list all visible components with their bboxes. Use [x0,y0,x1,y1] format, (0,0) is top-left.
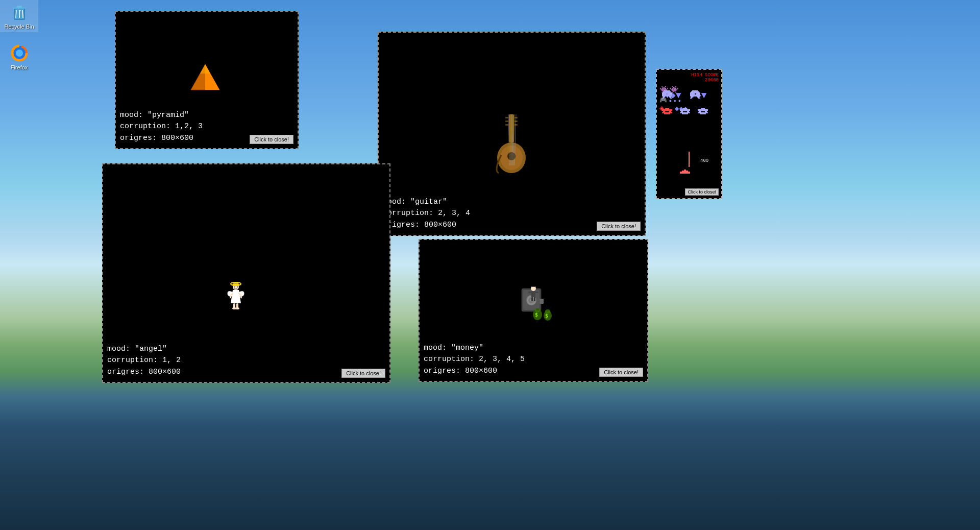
angel-mood: mood: "angel" [107,344,385,355]
svg-rect-54 [690,94,700,97]
svg-rect-43 [668,93,672,94]
angel-sprite [226,282,246,312]
invaders-svg: ▼◆▼ ▼◆▼ ◈ ◆◆◆ [657,80,722,182]
money-close-button[interactable]: Click to close! [599,368,643,377]
svg-line-3 [16,10,16,18]
guitar-mood: mood: "guitar" [383,197,641,208]
svg-rect-72 [698,109,708,111]
svg-rect-2 [17,6,22,8]
angel-corruption: corruption: 1, 2 [107,355,385,367]
svg-rect-59 [665,108,669,109]
guitar-sprite [491,114,532,176]
pyramid-sprite [190,63,220,91]
svg-rect-74 [705,111,707,112]
svg-rect-16 [514,121,518,122]
svg-point-32 [235,307,239,309]
money-corruption: corruption: 2, 3, 4, 5 [424,354,643,366]
svg-text:$: $ [535,312,538,318]
svg-rect-42 [662,93,666,94]
svg-rect-50 [691,91,699,92]
svg-rect-63 [662,112,672,113]
svg-rect-78 [682,171,688,172]
svg-rect-99 [532,286,535,286]
guitar-window: mood: "guitar" corruption: 2, 3, 4 origr… [378,32,646,236]
svg-rect-76 [700,113,706,114]
svg-rect-17 [514,124,518,126]
svg-point-33 [234,286,235,287]
svg-rect-51 [690,92,700,93]
svg-rect-40 [663,91,671,92]
svg-line-5 [22,10,23,18]
svg-rect-58 [698,98,700,99]
svg-rect-67 [681,111,683,112]
svg-rect-56 [697,97,699,98]
pyramid-close-button[interactable]: Click to close! [250,135,293,144]
svg-rect-75 [698,112,708,113]
svg-rect-53 [696,93,700,94]
recycle-bin-label: Recycle Bin [4,23,34,30]
svg-rect-13 [505,121,508,122]
svg-rect-52 [690,93,694,94]
svg-rect-88 [540,299,544,304]
pyramid-window: mood: "pyramid" corruption: 1,2, 3 origr… [115,11,299,149]
recycle-bin-image [9,2,30,22]
invaders-close-button[interactable]: Click to close! [685,188,719,196]
svg-rect-69 [680,112,690,113]
svg-point-7 [16,50,23,57]
svg-rect-45 [663,97,665,98]
svg-rect-68 [687,111,689,112]
svg-point-34 [237,286,238,287]
svg-rect-66 [680,109,690,111]
svg-text:$: $ [545,313,548,319]
angel-close-button[interactable]: Click to close! [341,369,385,378]
svg-rect-91 [536,308,539,310]
svg-rect-39 [664,90,670,91]
svg-rect-73 [699,111,701,112]
svg-rect-12 [505,117,508,118]
svg-rect-55 [691,97,693,98]
svg-text:400: 400 [700,158,708,163]
svg-rect-14 [505,124,508,126]
svg-rect-41 [662,92,672,93]
svg-rect-79 [680,172,690,174]
money-mood: mood: "money" [424,343,643,354]
svg-rect-61 [663,111,665,112]
svg-rect-57 [690,98,692,99]
svg-rect-103 [531,297,533,301]
firefox-icon[interactable]: Firefox [0,41,38,73]
money-sprite: $ $ [519,286,555,322]
svg-rect-102 [535,292,538,293]
svg-rect-77 [684,170,686,171]
svg-rect-47 [662,98,664,99]
svg-rect-65 [683,108,687,109]
svg-rect-100 [531,291,535,297]
svg-rect-70 [682,113,688,114]
recycle-bin-icon[interactable]: Recycle Bin [0,0,38,32]
svg-rect-62 [669,111,671,112]
svg-rect-60 [662,109,672,111]
firefox-image [9,43,30,63]
svg-rect-95 [546,309,549,311]
pyramid-corruption: corruption: 1,2, 3 [120,121,293,133]
guitar-corruption: corruption: 2, 3, 4 [383,208,641,220]
angel-window: mood: "angel" corruption: 1, 2 origres: … [102,163,390,383]
svg-marker-10 [200,64,210,74]
pyramid-mood: mood: "pyramid" [120,110,293,122]
invaders-window: HIGH SCORE 20000 👾 👾 🎮 ⬥ ⬥ ⬥ ▼◆▼ ▼◆▼ ◈ ◆… [656,69,722,199]
money-window: $ $ [419,239,648,382]
svg-rect-49 [692,90,698,91]
svg-rect-44 [662,94,672,97]
guitar-close-button[interactable]: Click to close! [597,222,641,231]
svg-rect-101 [528,292,531,293]
firefox-label: Firefox [11,64,28,71]
svg-rect-71 [701,108,705,109]
high-score-label: HIGH SCORE [691,73,719,78]
svg-rect-48 [670,98,672,99]
svg-rect-46 [669,97,671,98]
svg-rect-104 [534,297,535,301]
svg-rect-64 [664,113,670,114]
svg-rect-80 [689,152,690,167]
